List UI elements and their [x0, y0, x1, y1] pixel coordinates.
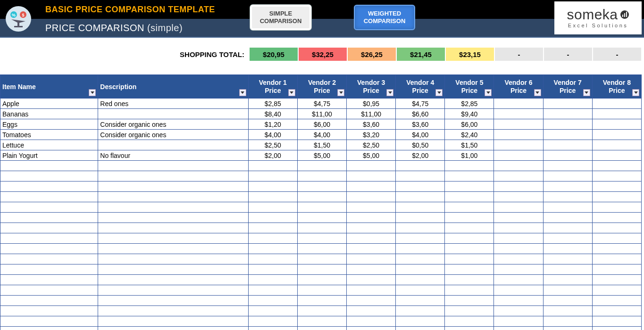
cell-price[interactable] — [592, 264, 641, 275]
cell-item-name[interactable]: Lettuce — [0, 140, 98, 150]
cell-price[interactable] — [248, 192, 297, 202]
cell-price[interactable] — [347, 316, 396, 327]
cell-price[interactable] — [543, 223, 592, 233]
cell-price[interactable]: $6,00 — [297, 119, 346, 130]
cell-price[interactable] — [396, 244, 445, 254]
cell-item-name[interactable] — [0, 182, 98, 192]
cell-price[interactable] — [543, 316, 592, 327]
cell-price[interactable] — [347, 223, 396, 233]
cell-price[interactable] — [543, 182, 592, 192]
cell-price[interactable] — [396, 171, 445, 182]
cell-price[interactable] — [347, 275, 396, 285]
cell-price[interactable] — [494, 233, 543, 244]
cell-description[interactable] — [98, 182, 248, 192]
cell-price[interactable] — [396, 202, 445, 213]
cell-item-name[interactable]: Bananas — [0, 109, 98, 119]
cell-price[interactable] — [248, 296, 297, 306]
cell-price[interactable]: $2,85 — [445, 99, 494, 109]
cell-price[interactable] — [347, 264, 396, 275]
cell-price[interactable] — [297, 192, 346, 202]
cell-price[interactable] — [592, 244, 641, 254]
cell-price[interactable]: $1,00 — [445, 150, 494, 161]
cell-price[interactable] — [248, 213, 297, 223]
cell-price[interactable] — [396, 264, 445, 275]
column-header-vendor-8[interactable]: Vendor 8Price — [592, 75, 641, 99]
cell-price[interactable] — [297, 171, 346, 182]
cell-price[interactable] — [248, 182, 297, 192]
cell-price[interactable] — [445, 264, 494, 275]
cell-price[interactable] — [396, 296, 445, 306]
simple-comparison-button[interactable]: SIMPLE COMPARISON — [250, 5, 311, 30]
filter-dropdown-icon[interactable] — [89, 89, 96, 96]
cell-price[interactable] — [347, 327, 396, 330]
cell-price[interactable] — [592, 140, 641, 150]
filter-dropdown-icon[interactable] — [485, 89, 492, 96]
cell-price[interactable] — [592, 306, 641, 316]
cell-description[interactable] — [98, 192, 248, 202]
column-header-vendor-3[interactable]: Vendor 3Price — [347, 75, 396, 99]
cell-price[interactable] — [396, 254, 445, 264]
cell-description[interactable] — [98, 275, 248, 285]
cell-price[interactable] — [396, 306, 445, 316]
weighted-comparison-button[interactable]: WEIGHTED COMPARISON — [354, 5, 415, 30]
cell-price[interactable] — [592, 109, 641, 119]
cell-price[interactable] — [396, 223, 445, 233]
cell-price[interactable] — [592, 223, 641, 233]
cell-price[interactable] — [543, 306, 592, 316]
cell-price[interactable] — [592, 171, 641, 182]
cell-price[interactable] — [396, 192, 445, 202]
cell-price[interactable]: $0,50 — [396, 140, 445, 150]
cell-price[interactable] — [494, 254, 543, 264]
cell-price[interactable] — [543, 264, 592, 275]
cell-price[interactable] — [297, 316, 346, 327]
cell-price[interactable] — [494, 140, 543, 150]
cell-price[interactable] — [396, 233, 445, 244]
cell-price[interactable]: $4,00 — [396, 130, 445, 140]
cell-price[interactable] — [494, 275, 543, 285]
cell-price[interactable] — [494, 182, 543, 192]
cell-price[interactable]: $3,60 — [347, 119, 396, 130]
filter-dropdown-icon[interactable] — [288, 89, 295, 96]
cell-price[interactable] — [248, 327, 297, 330]
cell-price[interactable]: $2,50 — [248, 140, 297, 150]
cell-price[interactable] — [494, 161, 543, 171]
cell-price[interactable] — [445, 296, 494, 306]
cell-price[interactable] — [248, 171, 297, 182]
cell-price[interactable] — [445, 306, 494, 316]
column-header-description[interactable]: Description — [98, 75, 248, 99]
cell-price[interactable]: $1,50 — [297, 140, 346, 150]
cell-price[interactable]: $1,20 — [248, 119, 297, 130]
cell-price[interactable]: $2,00 — [396, 150, 445, 161]
cell-price[interactable] — [445, 182, 494, 192]
cell-price[interactable] — [347, 296, 396, 306]
cell-price[interactable] — [248, 202, 297, 213]
cell-description[interactable]: No flavour — [98, 150, 248, 161]
cell-price[interactable] — [297, 306, 346, 316]
column-header-vendor-7[interactable]: Vendor 7Price — [543, 75, 592, 99]
cell-price[interactable] — [494, 285, 543, 296]
cell-price[interactable] — [494, 171, 543, 182]
cell-price[interactable] — [347, 202, 396, 213]
cell-price[interactable] — [445, 254, 494, 264]
cell-item-name[interactable] — [0, 285, 98, 296]
cell-price[interactable]: $5,00 — [297, 150, 346, 161]
cell-description[interactable]: Red ones — [98, 99, 248, 109]
cell-price[interactable] — [543, 119, 592, 130]
cell-description[interactable] — [98, 202, 248, 213]
column-header-vendor-4[interactable]: Vendor 4Price — [396, 75, 445, 99]
cell-price[interactable] — [347, 233, 396, 244]
cell-price[interactable] — [494, 150, 543, 161]
cell-price[interactable] — [592, 161, 641, 171]
cell-price[interactable]: $1,50 — [445, 140, 494, 150]
cell-description[interactable] — [98, 109, 248, 119]
cell-description[interactable] — [98, 296, 248, 306]
cell-item-name[interactable] — [0, 316, 98, 327]
cell-description[interactable] — [98, 140, 248, 150]
cell-price[interactable] — [592, 202, 641, 213]
cell-price[interactable] — [494, 130, 543, 140]
cell-price[interactable] — [248, 285, 297, 296]
cell-price[interactable] — [396, 316, 445, 327]
cell-description[interactable] — [98, 254, 248, 264]
cell-price[interactable] — [248, 254, 297, 264]
cell-price[interactable] — [297, 285, 346, 296]
